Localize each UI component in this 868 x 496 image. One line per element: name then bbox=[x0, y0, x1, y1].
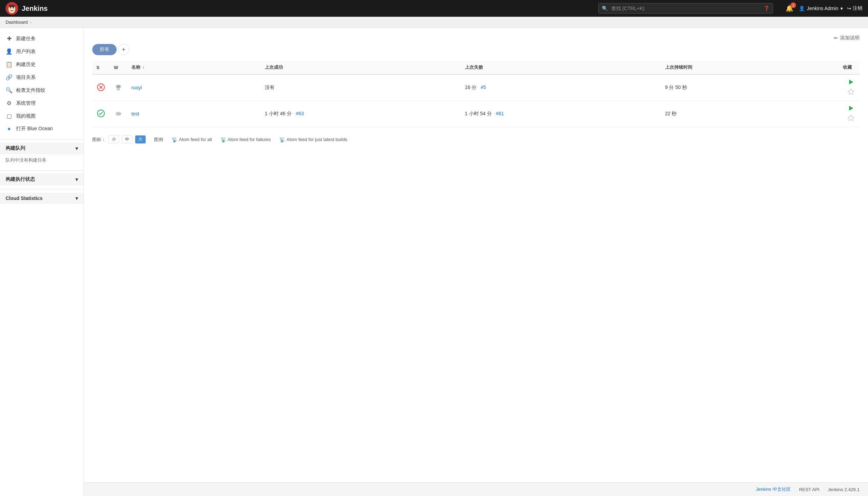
sidebar-item-build-history[interactable]: 📋 构建历史 bbox=[0, 58, 83, 71]
logo[interactable]: Jenkins bbox=[6, 2, 48, 15]
build-queue-label: 构建队列 bbox=[6, 145, 25, 151]
duration-cell-ruoyi: 9 分 50 秒 bbox=[661, 74, 839, 101]
svg-rect-4 bbox=[9, 5, 15, 7]
feed-all-label: Atom feed for all bbox=[179, 137, 212, 142]
last-success-text-ruoyi: 没有 bbox=[265, 84, 275, 90]
table-footer: 图标： 小 中 大 图例 📡 Atom feed for all 📡 Atom … bbox=[92, 133, 860, 146]
app-header: Jenkins 🔍 ❓ 🔔 1 👤 Jenkins Admin ▾ ↪ 注销 bbox=[0, 0, 868, 17]
build-queue-header[interactable]: 构建队列 ▾ bbox=[0, 142, 83, 154]
cloud-statistics-header[interactable]: Cloud Statistics ▾ bbox=[0, 193, 83, 204]
logout-label: 注销 bbox=[853, 5, 862, 12]
sidebar-item-system-manage[interactable]: ⚙ 系统管理 bbox=[0, 97, 83, 110]
logout-button[interactable]: ↪ 注销 bbox=[847, 5, 862, 12]
table-row: ruoyi 没有 16 分 #5 9 分 50 秒 bbox=[92, 74, 860, 101]
search-icon: 🔍 bbox=[602, 6, 608, 11]
icon-label: 图标： bbox=[92, 136, 106, 143]
sidebar-item-new-task[interactable]: ✚ 新建任务 bbox=[0, 32, 83, 45]
main-content: ✏ 添加说明 所有 + S W 名称 ↑ bbox=[84, 28, 868, 482]
icon-size-small[interactable]: 小 bbox=[109, 135, 119, 143]
feed-failures-icon: 📡 bbox=[220, 137, 226, 142]
sidebar-item-project-relation[interactable]: 🔗 项目关系 bbox=[0, 71, 83, 84]
last-fail-build-test[interactable]: #61 bbox=[496, 111, 504, 116]
main-wrapper: ✏ 添加说明 所有 + S W 名称 ↑ bbox=[84, 28, 868, 496]
search-container: 🔍 ❓ bbox=[598, 3, 773, 14]
search-input[interactable] bbox=[598, 3, 773, 14]
notification-button[interactable]: 🔔 1 bbox=[784, 3, 795, 14]
sidebar-item-my-view[interactable]: ▢ 我的视图 bbox=[0, 110, 83, 123]
fingerprint-icon: 🔍 bbox=[6, 87, 13, 94]
svg-point-3 bbox=[13, 7, 14, 8]
header-right: 🔔 1 👤 Jenkins Admin ▾ ↪ 注销 bbox=[784, 3, 862, 14]
user-icon: 👤 bbox=[6, 48, 13, 55]
icon-size-medium[interactable]: 中 bbox=[122, 135, 132, 143]
feed-all-link[interactable]: 📡 Atom feed for all bbox=[172, 137, 212, 142]
sidebar: ✚ 新建任务 👤 用户列表 📋 构建历史 🔗 项目关系 🔍 检查文件指纹 ⚙ 系… bbox=[0, 28, 84, 496]
build-executor-header[interactable]: 构建执行状态 ▾ bbox=[0, 173, 83, 185]
sidebar-item-label: 新建任务 bbox=[16, 36, 36, 42]
run-button-test[interactable] bbox=[846, 104, 855, 114]
version-label: Jenkins 2.426.1 bbox=[828, 487, 860, 492]
status-fail-icon bbox=[97, 83, 105, 91]
last-success-build-test[interactable]: #63 bbox=[296, 111, 304, 116]
build-executor-label: 构建执行状态 bbox=[6, 176, 35, 183]
run-button-ruoyi[interactable] bbox=[846, 78, 855, 88]
layout: ✚ 新建任务 👤 用户列表 📋 构建历史 🔗 项目关系 🔍 检查文件指纹 ⚙ 系… bbox=[0, 28, 868, 496]
last-success-cell-ruoyi: 没有 bbox=[261, 74, 461, 101]
build-queue-empty: 队列中没有构建任务 bbox=[6, 157, 46, 163]
col-header-last-fail: 上次失败 bbox=[461, 61, 661, 74]
icon-size-large[interactable]: 大 bbox=[135, 135, 146, 143]
feed-latest-link[interactable]: 📡 Atom feed for just latest builds bbox=[279, 137, 347, 142]
page-footer: Jenkins 中文社区 REST API Jenkins 2.426.1 bbox=[84, 482, 868, 496]
sidebar-item-label: 系统管理 bbox=[16, 100, 36, 106]
status-ok-icon bbox=[97, 110, 105, 117]
feed-failures-link[interactable]: 📡 Atom feed for failures bbox=[220, 137, 271, 142]
user-menu-button[interactable]: 👤 Jenkins Admin ▾ bbox=[799, 6, 843, 11]
job-link-test[interactable]: test bbox=[131, 111, 139, 117]
job-link-ruoyi[interactable]: ruoyi bbox=[131, 85, 142, 90]
legend-label: 图例 bbox=[154, 136, 163, 143]
svg-marker-12 bbox=[849, 80, 853, 84]
last-fail-cell-test: 1 小时 54 分 #61 bbox=[461, 101, 661, 127]
user-icon: 👤 bbox=[799, 6, 805, 11]
chevron-down-icon: ▾ bbox=[840, 6, 843, 11]
legend-link[interactable]: 图例 bbox=[154, 136, 163, 143]
sort-icon: ↑ bbox=[143, 65, 145, 69]
tab-all[interactable]: 所有 bbox=[92, 44, 117, 55]
last-success-time-test: 1 小时 46 分 bbox=[265, 111, 292, 116]
add-description-button[interactable]: ✏ 添加说明 bbox=[834, 35, 860, 41]
community-link[interactable]: Jenkins 中文社区 bbox=[756, 486, 791, 493]
rest-api-label: REST API bbox=[799, 487, 819, 492]
chevron-down-icon: ▾ bbox=[75, 195, 78, 201]
svg-point-2 bbox=[10, 7, 11, 8]
tab-add-button[interactable]: + bbox=[118, 44, 129, 55]
col-header-name[interactable]: 名称 ↑ bbox=[127, 61, 261, 74]
sidebar-item-blue-ocean[interactable]: ● 打开 Blue Ocean bbox=[0, 123, 83, 135]
chevron-down-icon: ▾ bbox=[75, 146, 78, 151]
svg-point-8 bbox=[116, 85, 121, 88]
duration-text-test: 22 秒 bbox=[665, 111, 677, 116]
svg-line-9 bbox=[117, 89, 117, 90]
sidebar-item-label: 用户列表 bbox=[16, 49, 36, 55]
breadcrumb-dashboard[interactable]: Dashboard bbox=[6, 20, 28, 25]
favorite-button-test[interactable] bbox=[846, 114, 855, 123]
svg-line-10 bbox=[118, 89, 118, 90]
sidebar-item-check-fingerprint[interactable]: 🔍 检查文件指纹 bbox=[0, 84, 83, 97]
svg-marker-18 bbox=[848, 115, 854, 121]
tab-bar: 所有 + bbox=[92, 44, 860, 55]
notification-badge: 1 bbox=[790, 2, 796, 8]
weather-rainy-icon bbox=[115, 83, 122, 91]
sidebar-item-label: 项目关系 bbox=[16, 74, 36, 81]
sidebar-item-user-list[interactable]: 👤 用户列表 bbox=[0, 45, 83, 58]
feed-failures-label: Atom feed for failures bbox=[228, 137, 271, 142]
search-help-icon[interactable]: ❓ bbox=[764, 6, 769, 11]
fav-cell-ruoyi bbox=[839, 74, 860, 101]
last-fail-build-ruoyi[interactable]: #5 bbox=[481, 84, 486, 90]
feed-all-icon: 📡 bbox=[172, 137, 177, 142]
icon-size-group: 图标： 小 中 大 bbox=[92, 135, 146, 143]
last-fail-time-ruoyi: 16 分 bbox=[465, 84, 476, 90]
col-header-w: W bbox=[110, 61, 127, 74]
jobs-table: S W 名称 ↑ 上次成功 上次失败 上次持续时间 收藏 bbox=[92, 61, 860, 127]
favorite-button-ruoyi[interactable] bbox=[846, 88, 855, 97]
col-header-duration: 上次持续时间 bbox=[661, 61, 839, 74]
svg-point-16 bbox=[116, 112, 119, 114]
